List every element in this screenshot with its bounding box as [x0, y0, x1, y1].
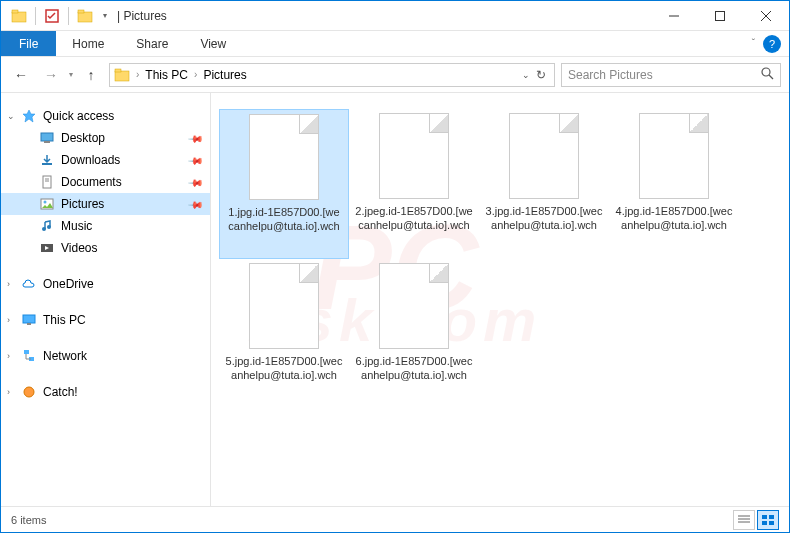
sidebar-item-label: Downloads — [61, 153, 120, 167]
file-icon — [249, 114, 319, 200]
documents-icon — [39, 174, 55, 190]
svg-rect-36 — [762, 515, 767, 519]
svg-rect-37 — [769, 515, 774, 519]
qat-properties-icon[interactable] — [42, 6, 62, 26]
qat-dropdown-icon[interactable]: ▾ — [99, 11, 111, 20]
file-icon — [639, 113, 709, 199]
network-icon — [21, 348, 37, 364]
file-item[interactable]: 2.jpeg.id-1E857D00.[wecanhelpu@tuta.io].… — [349, 109, 479, 259]
file-icon — [509, 113, 579, 199]
search-input[interactable]: Search Pictures — [561, 63, 781, 87]
forward-button[interactable]: → — [39, 63, 63, 87]
tab-home[interactable]: Home — [56, 31, 120, 56]
qat-folder-icon[interactable] — [75, 6, 95, 26]
svg-rect-10 — [115, 69, 121, 72]
sidebar-item-desktop[interactable]: Desktop📌 — [1, 127, 210, 149]
titlebar: ▾ | Pictures — [1, 1, 789, 31]
sidebar-catch[interactable]: › Catch! — [1, 381, 210, 403]
file-item[interactable]: 6.jpg.id-1E857D00.[wecanhelpu@tuta.io].w… — [349, 259, 479, 409]
separator — [35, 7, 36, 25]
chevron-right-icon[interactable]: › — [192, 69, 199, 80]
window-title: | Pictures — [117, 9, 167, 23]
back-button[interactable]: ← — [9, 63, 33, 87]
search-placeholder: Search Pictures — [568, 68, 653, 82]
file-item[interactable]: 3.jpg.id-1E857D00.[wecanhelpu@tuta.io].w… — [479, 109, 609, 259]
file-item[interactable]: 4.jpg.id-1E857D00.[wecanhelpu@tuta.io].w… — [609, 109, 739, 259]
tab-view[interactable]: View — [184, 31, 242, 56]
sidebar-item-documents[interactable]: Documents📌 — [1, 171, 210, 193]
separator — [68, 7, 69, 25]
help-icon[interactable]: ? — [763, 35, 781, 53]
address-bar[interactable]: › This PC › Pictures ⌄ ↻ — [109, 63, 555, 87]
file-item[interactable]: 1.jpg.id-1E857D00.[wecanhelpu@tuta.io].w… — [219, 109, 349, 259]
sidebar-item-videos[interactable]: Videos — [1, 237, 210, 259]
history-dropdown-icon[interactable]: ▾ — [69, 70, 73, 79]
file-menu[interactable]: File — [1, 31, 56, 56]
svg-rect-14 — [41, 133, 53, 141]
close-button[interactable] — [743, 1, 789, 31]
svg-rect-28 — [24, 350, 29, 354]
file-name: 4.jpg.id-1E857D00.[wecanhelpu@tuta.io].w… — [613, 205, 735, 233]
view-thumbnails-button[interactable] — [757, 510, 779, 530]
sidebar-network[interactable]: › Network — [1, 345, 210, 367]
sidebar-item-label: This PC — [43, 313, 86, 327]
address-dropdown-icon[interactable]: ⌄ — [522, 70, 530, 80]
sidebar-item-label: Music — [61, 219, 92, 233]
ribbon-collapse-icon[interactable]: ˇ — [752, 38, 755, 49]
file-icon — [379, 113, 449, 199]
svg-point-23 — [47, 225, 51, 229]
sidebar-item-label: Pictures — [61, 197, 104, 211]
svg-rect-26 — [23, 315, 35, 323]
svg-rect-15 — [44, 141, 50, 143]
pin-icon: 📌 — [188, 152, 204, 168]
content-area: ⌄ Quick access Desktop📌Downloads📌Documen… — [1, 93, 789, 507]
svg-point-11 — [762, 68, 770, 76]
svg-rect-6 — [716, 11, 725, 20]
chevron-right-icon[interactable]: › — [7, 387, 10, 397]
status-bar: 6 items — [1, 506, 789, 532]
file-name: 5.jpg.id-1E857D00.[wecanhelpu@tuta.io].w… — [223, 355, 345, 383]
cloud-icon — [21, 276, 37, 292]
view-details-button[interactable] — [733, 510, 755, 530]
sidebar-item-music[interactable]: Music — [1, 215, 210, 237]
chevron-right-icon[interactable]: › — [7, 315, 10, 325]
maximize-button[interactable] — [697, 1, 743, 31]
chevron-right-icon[interactable]: › — [7, 279, 10, 289]
up-button[interactable]: ↑ — [79, 63, 103, 87]
tab-share[interactable]: Share — [120, 31, 184, 56]
svg-rect-1 — [12, 10, 18, 13]
search-icon[interactable] — [761, 67, 774, 83]
sidebar-item-label: Videos — [61, 241, 97, 255]
file-name: 3.jpg.id-1E857D00.[wecanhelpu@tuta.io].w… — [483, 205, 605, 233]
sidebar-item-downloads[interactable]: Downloads📌 — [1, 149, 210, 171]
monitor-icon — [21, 312, 37, 328]
chevron-right-icon[interactable]: › — [134, 69, 141, 80]
svg-point-21 — [44, 201, 47, 204]
file-item[interactable]: 5.jpg.id-1E857D00.[wecanhelpu@tuta.io].w… — [219, 259, 349, 409]
pin-icon: 📌 — [188, 174, 204, 190]
sidebar-this-pc[interactable]: › This PC — [1, 309, 210, 331]
sidebar-item-pictures[interactable]: Pictures📌 — [1, 193, 210, 215]
breadcrumb-item[interactable]: This PC — [145, 68, 188, 82]
refresh-icon[interactable]: ↻ — [536, 68, 546, 82]
svg-rect-39 — [769, 521, 774, 525]
file-name: 1.jpg.id-1E857D00.[wecanhelpu@tuta.io].w… — [224, 206, 344, 234]
minimize-button[interactable] — [651, 1, 697, 31]
navigation-pane: ⌄ Quick access Desktop📌Downloads📌Documen… — [1, 93, 211, 507]
desktop-icon — [39, 130, 55, 146]
sidebar-onedrive[interactable]: › OneDrive — [1, 273, 210, 295]
chevron-right-icon[interactable]: › — [7, 351, 10, 361]
sidebar-quick-access[interactable]: ⌄ Quick access — [1, 105, 210, 127]
svg-rect-9 — [115, 71, 129, 81]
music-icon — [39, 218, 55, 234]
file-list[interactable]: 1.jpg.id-1E857D00.[wecanhelpu@tuta.io].w… — [211, 93, 789, 507]
breadcrumb-item[interactable]: Pictures — [203, 68, 246, 82]
pictures-icon — [39, 196, 55, 212]
sidebar-item-label: Quick access — [43, 109, 114, 123]
downloads-icon — [39, 152, 55, 168]
sidebar-item-label: Network — [43, 349, 87, 363]
explorer-icon — [9, 6, 29, 26]
sidebar-item-label: Desktop — [61, 131, 105, 145]
chevron-down-icon[interactable]: ⌄ — [7, 111, 15, 121]
folder-icon — [114, 67, 130, 83]
